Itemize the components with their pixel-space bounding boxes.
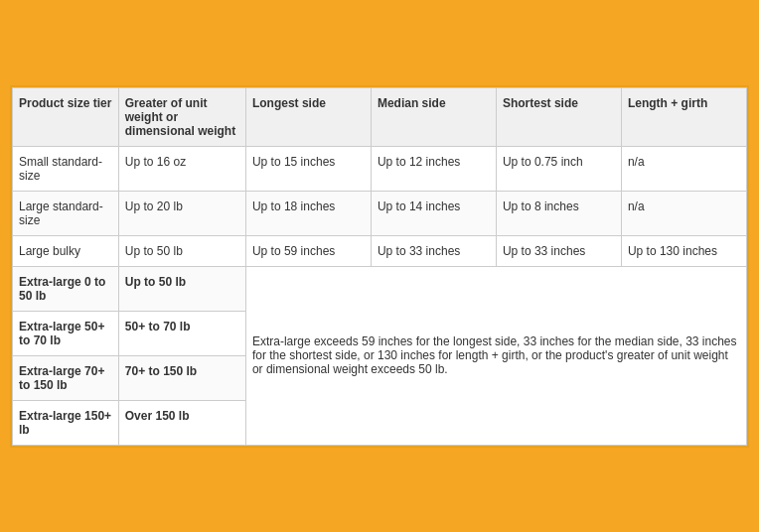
weight-large-bulky: Up to 50 lb — [118, 235, 245, 266]
product-size-table: Product size tier Greater of unit weight… — [12, 87, 747, 446]
median-large-bulky: Up to 33 inches — [371, 235, 496, 266]
shortest-small: Up to 0.75 inch — [496, 146, 621, 191]
girth-large-bulky: Up to 130 inches — [621, 235, 746, 266]
median-small: Up to 12 inches — [371, 146, 496, 191]
shortest-large-std: Up to 8 inches — [496, 191, 621, 235]
weight-small: Up to 16 oz — [118, 146, 245, 191]
header-median: Median side — [371, 87, 496, 146]
tier-large-std: Large standard-size — [13, 191, 119, 235]
tier-xl-150plus: Extra-large 150+ lb — [13, 400, 119, 445]
tier-xl-0-50: Extra-large 0 to 50 lb — [13, 266, 119, 311]
tier-xl-70-150: Extra-large 70+ to 150 lb — [13, 355, 119, 400]
table-row: Large standard-size Up to 20 lb Up to 18… — [13, 191, 747, 235]
table-row: Extra-large 0 to 50 lb Up to 50 lb Extra… — [13, 266, 747, 311]
weight-xl-150plus: Over 150 lb — [118, 400, 245, 445]
tier-small: Small standard-size — [13, 146, 119, 191]
longest-large-std: Up to 18 inches — [245, 191, 371, 235]
header-girth: Length + girth — [621, 87, 746, 146]
table-row: Small standard-size Up to 16 oz Up to 15… — [13, 146, 747, 191]
tier-large-bulky: Large bulky — [13, 235, 119, 266]
shortest-large-bulky: Up to 33 inches — [496, 235, 621, 266]
longest-large-bulky: Up to 59 inches — [245, 235, 371, 266]
tier-xl-50-70: Extra-large 50+ to 70 lb — [13, 311, 119, 355]
weight-xl-50-70: 50+ to 70 lb — [118, 311, 245, 355]
header-shortest: Shortest side — [496, 87, 621, 146]
table-container: Product size tier Greater of unit weight… — [10, 85, 749, 448]
table-row: Large bulky Up to 50 lb Up to 59 inches … — [13, 235, 747, 266]
girth-small: n/a — [621, 146, 746, 191]
weight-xl-0-50: Up to 50 lb — [118, 266, 245, 311]
girth-large-std: n/a — [621, 191, 746, 235]
page-background: Product size tier Greater of unit weight… — [0, 0, 759, 532]
xl-note: Extra-large exceeds 59 inches for the lo… — [245, 266, 746, 445]
weight-xl-70-150: 70+ to 150 lb — [118, 355, 245, 400]
longest-small: Up to 15 inches — [245, 146, 371, 191]
median-large-std: Up to 14 inches — [371, 191, 496, 235]
header-tier: Product size tier — [13, 87, 119, 146]
header-weight: Greater of unit weight or dimensional we… — [118, 87, 245, 146]
weight-large-std: Up to 20 lb — [118, 191, 245, 235]
header-longest: Longest side — [245, 87, 371, 146]
